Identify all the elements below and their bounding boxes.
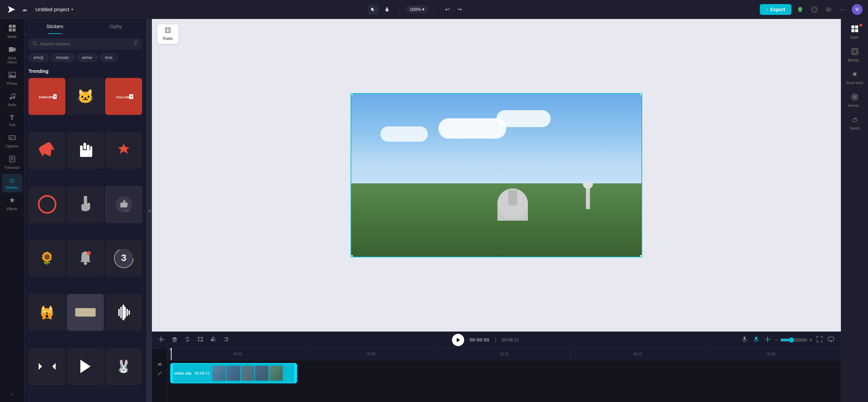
sticker-item[interactable] (67, 348, 104, 385)
audio-icon (8, 93, 16, 102)
sidebar-item-transcript[interactable]: Transcript (2, 153, 22, 173)
right-panel-basic[interactable]: Basic (843, 22, 866, 43)
app-logo[interactable] (5, 3, 18, 16)
sky-layer (351, 94, 642, 192)
user-avatar[interactable]: U (852, 4, 863, 15)
volume-icon[interactable] (157, 362, 162, 368)
monitor-btn[interactable] (827, 335, 835, 345)
right-panel-background[interactable]: Backgr... (843, 44, 866, 66)
tab-stickers[interactable]: Stickers (24, 19, 85, 34)
sticker-item[interactable]: SUBSCRIBE+ (28, 78, 65, 115)
tag-arrow[interactable]: arrow (77, 54, 97, 62)
ratio-button[interactable]: Ratio (157, 24, 178, 44)
collapse-handle[interactable]: ◀ (146, 19, 152, 402)
timeline-ruler: 00:00 00:05 00:10 00:15 00:20 (167, 348, 841, 360)
zoom-in-icon[interactable]: + (809, 337, 812, 343)
zoom-chevron-icon: ▾ (422, 7, 425, 12)
handle-bottom-right[interactable] (640, 255, 642, 257)
svg-rect-96 (855, 25, 858, 28)
sticker-item[interactable]: 🙀 (28, 294, 65, 331)
more-btn[interactable]: ⋯ (837, 4, 848, 15)
smart-tools-icon (851, 71, 859, 80)
search-input[interactable] (40, 41, 131, 46)
sidebar-item-audio[interactable]: Audio (2, 90, 22, 110)
timeline-right-tools: − + (740, 335, 835, 345)
sticker-item[interactable] (67, 132, 104, 169)
handle-top-right[interactable] (640, 93, 642, 96)
sidebar-item-captions[interactable]: Captions (2, 131, 22, 151)
undo-btn[interactable]: ↩ (442, 4, 453, 15)
trim-tool-btn[interactable] (157, 335, 166, 345)
filter-icon[interactable] (133, 41, 138, 47)
sidebar-item-stock-videos[interactable]: Stock videos (2, 43, 22, 67)
sidebar-item-photos[interactable]: Photos (2, 68, 22, 88)
sticker-item[interactable] (67, 294, 104, 331)
delete-tool-btn[interactable] (170, 335, 179, 345)
video-track[interactable]: video clip 00:08:11 (171, 363, 296, 383)
track-left-handle[interactable] (170, 364, 173, 383)
sticker-item[interactable] (105, 294, 142, 331)
playhead[interactable] (171, 348, 172, 360)
speed-label: Speed (850, 126, 860, 130)
flip-tool-btn[interactable] (209, 335, 218, 345)
menu-btn[interactable] (823, 4, 834, 15)
sticker-item[interactable] (105, 132, 142, 169)
hand-tool-btn[interactable] (381, 4, 392, 15)
right-panel-smart-tools[interactable]: Smart tools (843, 67, 866, 88)
right-panel: Basic Backgr... Smart tools Animat... Sp… (841, 19, 868, 402)
select-tool-btn[interactable] (368, 4, 379, 15)
shuffle-tool-btn[interactable] (222, 335, 231, 345)
canvas-frame[interactable] (351, 93, 642, 257)
edit-track-icon[interactable] (157, 371, 162, 377)
handle-top-left[interactable] (351, 93, 353, 96)
svg-rect-66 (508, 190, 517, 205)
ruler-mark-1: 00:05 (304, 351, 437, 357)
sidebar-item-text[interactable]: T Text (2, 111, 22, 130)
sidebar-item-media[interactable]: Media (2, 22, 22, 42)
right-panel-speed[interactable]: Speed (843, 113, 866, 134)
sticker-item[interactable]: FOLLOW+ (105, 78, 142, 115)
sticker-item[interactable]: 🌻 (28, 240, 65, 277)
sidebar-item-effects[interactable]: Effects (2, 194, 22, 214)
sidebar-item-stickers[interactable]: ☺ Stickers (2, 174, 22, 193)
sticker-item[interactable] (28, 132, 65, 169)
sticker-item[interactable] (67, 240, 104, 277)
sticker-item[interactable]: Like (105, 186, 142, 223)
zoom-slider-input[interactable] (780, 337, 807, 343)
sticker-item[interactable]: 3 (105, 240, 142, 277)
crop-tool-btn[interactable] (196, 335, 205, 345)
right-panel-animate[interactable]: Animat... (843, 90, 866, 111)
topbar-center: 100% ▾ ↩ ↪ (77, 4, 756, 15)
sticker-item[interactable]: 🐰 (105, 348, 142, 385)
sticker-item[interactable] (67, 186, 104, 223)
zoom-control[interactable]: 100% ▾ (406, 5, 428, 13)
track-right-handle[interactable] (294, 364, 297, 383)
help-btn[interactable]: ? (809, 4, 820, 15)
mic-btn[interactable] (740, 335, 749, 345)
tag-love[interactable]: love (100, 54, 118, 62)
play-button[interactable] (452, 334, 464, 346)
loop-tool-btn[interactable] (183, 335, 192, 345)
sticker-item[interactable] (28, 186, 65, 223)
svg-marker-59 (52, 363, 56, 370)
split-btn[interactable] (763, 335, 772, 345)
handle-bottom-left[interactable] (351, 255, 353, 257)
tab-giphy[interactable]: Giphy (85, 19, 146, 34)
sticker-item[interactable]: 🐱 (67, 78, 104, 115)
fullscreen-btn[interactable] (815, 335, 824, 345)
shield-btn[interactable] (795, 4, 806, 15)
stickers-panel: Stickers Giphy emoji mosaic arrow love T… (24, 19, 146, 402)
svg-rect-74 (174, 339, 175, 342)
sidebar-more-btn[interactable]: ⌄ (2, 387, 22, 399)
sticker-item[interactable] (28, 348, 65, 385)
zoom-out-icon[interactable]: − (775, 337, 778, 343)
tag-emoji[interactable]: emoji (28, 54, 48, 62)
tag-mosaic[interactable]: mosaic (51, 54, 74, 62)
redo-btn[interactable]: ↪ (454, 4, 465, 15)
export-button[interactable]: ↑ Export (760, 4, 791, 15)
svg-rect-2 (826, 8, 831, 8)
ratio-label: Ratio (163, 36, 173, 41)
svg-marker-94 (158, 362, 161, 366)
project-title-area[interactable]: Untitled project ▾ (35, 6, 73, 12)
voice-enhance-btn[interactable] (752, 335, 761, 345)
